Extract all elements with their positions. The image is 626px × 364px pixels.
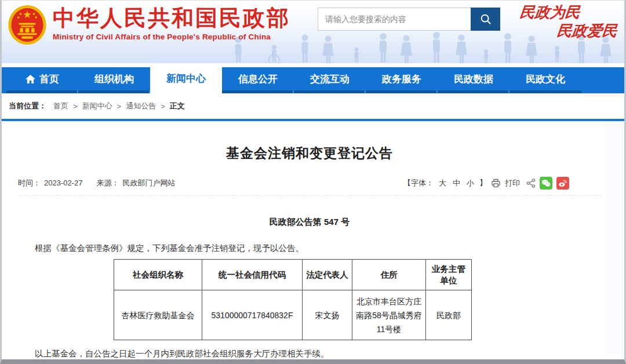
nav-item-label: 民政文化 bbox=[526, 72, 565, 86]
nav-item-organization[interactable]: 组织机构 bbox=[78, 67, 150, 90]
nav-item-home[interactable]: 首页 bbox=[6, 67, 78, 90]
main-navigation: 首页 组织机构 新闻中心 信息公开 交流互动 政务服务 民政数据 民政文化 bbox=[2, 67, 624, 90]
breadcrumb-item-notices[interactable]: 通知公告 bbox=[126, 101, 156, 111]
cell-legal-rep: 宋文扬 bbox=[303, 290, 352, 340]
breadcrumb-separator: > bbox=[73, 102, 78, 111]
breadcrumb-divider-rule bbox=[2, 119, 624, 121]
breadcrumb-item-home[interactable]: 首页 bbox=[53, 101, 68, 111]
article-toolbar: 【字体： 大 中 小 】 打印 bbox=[403, 177, 569, 190]
meta-divider bbox=[18, 195, 601, 196]
slogan-line-2: 民政爱民 bbox=[519, 21, 620, 40]
weibo-share-icon[interactable] bbox=[556, 177, 569, 190]
site-titles: 中华人民共和国民政部 Ministry of Civil Affairs of … bbox=[53, 4, 290, 41]
breadcrumb-item-current: 正文 bbox=[170, 101, 185, 111]
share-icon[interactable] bbox=[526, 179, 536, 188]
nav-bottom-strip bbox=[2, 90, 624, 93]
nav-item-label: 交流互动 bbox=[310, 72, 350, 86]
calligraphy-slogan: 民政为民 民政爱民 bbox=[520, 3, 620, 40]
nav-item-label: 新闻中心 bbox=[166, 72, 206, 85]
wechat-share-icon[interactable] bbox=[540, 177, 552, 190]
breadcrumb-item-news-center[interactable]: 新闻中心 bbox=[82, 101, 112, 111]
nav-item-gov-services[interactable]: 政务服务 bbox=[366, 67, 438, 90]
nav-item-info-disclosure[interactable]: 信息公开 bbox=[222, 67, 294, 90]
meta-source-value: 民政部门户网站 bbox=[123, 179, 176, 187]
foundation-table: 社会组织名称 统一社会信用代码 法定代表人 住所 业务主管单位 杏林医疗救助基金… bbox=[114, 259, 472, 340]
cell-supervisor: 民政部 bbox=[426, 290, 472, 340]
nav-item-interaction[interactable]: 交流互动 bbox=[294, 67, 366, 90]
col-header-address: 住所 bbox=[352, 260, 426, 290]
search-icon bbox=[479, 13, 492, 26]
announcement-number: 民政部公告第 547 号 bbox=[18, 217, 601, 228]
font-size-large-button[interactable]: 大 bbox=[438, 178, 447, 188]
nav-item-label: 政务服务 bbox=[382, 72, 421, 86]
font-size-label-close: 】 bbox=[479, 178, 487, 188]
cell-credit-code: 53100000717840832F bbox=[202, 290, 303, 340]
breadcrumb-label: 当前位置： bbox=[9, 101, 46, 111]
breadcrumb-separator: > bbox=[117, 102, 122, 111]
site-subtitle-en: Ministry of Civil Affairs of the People'… bbox=[53, 32, 290, 41]
font-size-small-button[interactable]: 小 bbox=[465, 178, 475, 188]
search-bar bbox=[318, 8, 500, 31]
nav-item-civil-culture[interactable]: 民政文化 bbox=[509, 67, 581, 90]
meta-source-label: 来源： bbox=[97, 179, 119, 187]
table-row: 杏林医疗救助基金会 53100000717840832F 宋文扬 北京市丰台区方… bbox=[114, 290, 472, 340]
font-size-label-open: 【字体： bbox=[403, 178, 434, 188]
china-national-emblem-icon bbox=[8, 4, 47, 46]
cell-address: 北京市丰台区方庄南路58号晶城秀府11号楼 bbox=[352, 290, 426, 340]
browser-page: 中华人民共和国民政部 Ministry of Civil Affairs of … bbox=[0, 0, 626, 364]
print-button[interactable]: 打印 bbox=[505, 178, 520, 188]
col-header-legal-rep: 法定代表人 bbox=[303, 260, 352, 290]
nav-item-civil-data[interactable]: 民政数据 bbox=[438, 67, 509, 90]
breadcrumb-separator: > bbox=[161, 102, 165, 111]
col-header-credit-code: 统一社会信用代码 bbox=[202, 260, 303, 290]
font-size-medium-button[interactable]: 中 bbox=[452, 178, 461, 188]
table-header-row: 社会组织名称 统一社会信用代码 法定代表人 住所 业务主管单位 bbox=[114, 260, 472, 290]
announcement-intro-paragraph: 根据《基金会管理条例》规定，下列基金会准予注销登记，现予以公告。 bbox=[18, 242, 601, 254]
nav-item-label: 首页 bbox=[39, 72, 59, 86]
slogan-line-1: 民政为民 bbox=[519, 3, 620, 21]
site-logo-link[interactable]: 中华人民共和国民政部 Ministry of Civil Affairs of … bbox=[8, 4, 290, 46]
nav-item-news-center[interactable]: 新闻中心 bbox=[150, 63, 222, 93]
announcement-outro-paragraph: 以上基金会，自公告之日起一个月内到民政部社会组织服务大厅办理相关手续。 bbox=[18, 347, 601, 360]
article-title: 基金会注销和变更登记公告 bbox=[18, 144, 601, 162]
article-meta-left: 时间：2023-02-27来源：民政部门户网站 bbox=[18, 178, 179, 188]
site-title: 中华人民共和国民政部 bbox=[53, 5, 290, 31]
article-content: 基金会注销和变更登记公告 时间：2023-02-27来源：民政部门户网站 【字体… bbox=[2, 144, 624, 360]
breadcrumb: 当前位置： 首页 > 新闻中心 > 通知公告 > 正文 bbox=[2, 93, 624, 119]
meta-time-label: 时间： bbox=[18, 179, 41, 187]
col-header-org-name: 社会组织名称 bbox=[114, 260, 202, 290]
col-header-supervisor: 业务主管单位 bbox=[426, 260, 472, 290]
home-icon bbox=[26, 75, 35, 83]
search-input[interactable] bbox=[318, 8, 471, 31]
site-header: 中华人民共和国民政部 Ministry of Civil Affairs of … bbox=[2, 1, 624, 63]
meta-time-value: 2023-02-27 bbox=[44, 179, 83, 187]
printer-icon[interactable] bbox=[491, 179, 501, 188]
cell-org-name: 杏林医疗救助基金会 bbox=[114, 290, 202, 340]
search-button[interactable] bbox=[471, 8, 500, 31]
article-meta-row: 时间：2023-02-27来源：民政部门户网站 【字体： 大 中 小 】 打印 bbox=[18, 177, 601, 190]
nav-item-label: 组织机构 bbox=[94, 72, 134, 86]
nav-item-label: 民政数据 bbox=[454, 72, 493, 86]
right-gutter bbox=[606, 121, 623, 355]
nav-top-gap bbox=[2, 63, 624, 67]
nav-item-label: 信息公开 bbox=[238, 72, 278, 86]
